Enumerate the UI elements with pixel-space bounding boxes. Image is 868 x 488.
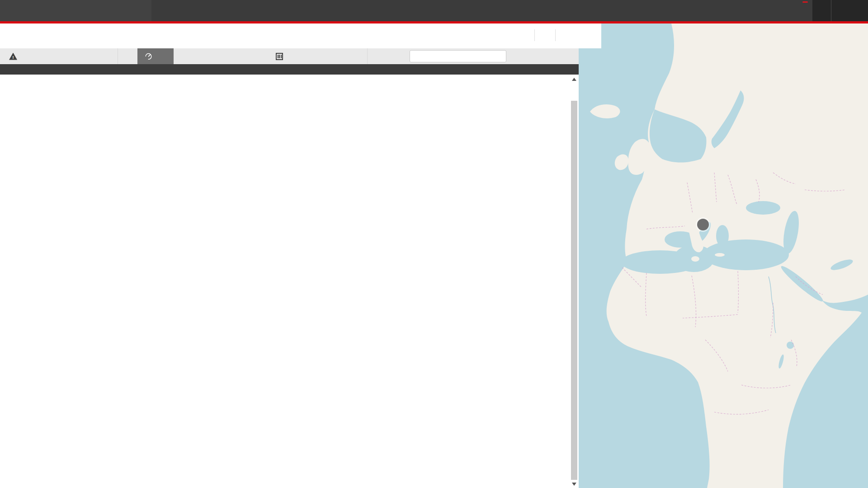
- logout-button[interactable]: [831, 0, 868, 21]
- map-canvas[interactable]: [579, 23, 868, 488]
- cluster-behind-pin[interactable]: [697, 219, 709, 230]
- divider: [534, 29, 535, 41]
- caret-up-icon: [291, 54, 297, 58]
- websupervisor-app: !: [0, 0, 868, 488]
- brand-logo: [0, 0, 151, 21]
- list-view-button[interactable]: [258, 30, 270, 42]
- sort-last-update[interactable]: [276, 48, 297, 64]
- nav-right: [780, 0, 868, 21]
- caret-up-icon: [161, 54, 167, 58]
- filter-icon[interactable]: [515, 31, 525, 40]
- caret-up-icon: [25, 54, 31, 58]
- scrollbar-down-arrow[interactable]: [572, 483, 576, 486]
- next-page-button[interactable]: [561, 31, 570, 40]
- sort-bar: !: [0, 48, 579, 64]
- previous-page-button[interactable]: [541, 31, 549, 40]
- last-update-icon: [276, 53, 283, 60]
- column-view-button[interactable]: [294, 30, 306, 42]
- user-menu[interactable]: [812, 0, 831, 21]
- divider: [367, 48, 368, 64]
- divider: [118, 48, 118, 64]
- scrollbar-up-arrow[interactable]: [572, 78, 576, 81]
- filter-group: [515, 29, 570, 41]
- map-panel[interactable]: [579, 23, 868, 488]
- brand-mark-icon: [89, 0, 108, 14]
- scrollbar-thumb[interactable]: [571, 101, 577, 480]
- units-list: [0, 75, 579, 488]
- grid-view-button[interactable]: [276, 30, 288, 42]
- notifications-button[interactable]: [780, 0, 812, 21]
- accent-line: [0, 21, 868, 23]
- gauge-icon: [144, 52, 153, 61]
- toolbar: [0, 23, 601, 48]
- notification-count-badge: [802, 1, 808, 3]
- search-input[interactable]: [417, 53, 502, 60]
- divider: [555, 29, 556, 41]
- unit-search-box: [410, 50, 506, 62]
- view-switcher: [252, 30, 306, 42]
- alarm-type-icon: !: [9, 53, 17, 60]
- scrollbar[interactable]: [570, 75, 579, 488]
- sort-alarm-type[interactable]: !: [9, 48, 31, 64]
- sort-unit-name-active[interactable]: [137, 48, 174, 64]
- table-header: [0, 64, 579, 75]
- top-navbar: [0, 0, 868, 21]
